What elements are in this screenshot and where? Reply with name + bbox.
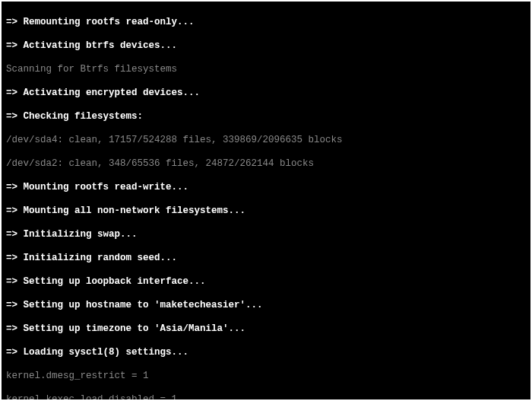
- sysctl-line: kernel.dmesg_restrict = 1: [6, 371, 526, 383]
- boot-msg: => Setting up timezone to 'Asia/Manila'.…: [6, 323, 526, 336]
- boot-msg: => Loading sysctl(8) settings...: [6, 347, 526, 359]
- boot-msg: => Initializing random seed...: [6, 253, 526, 265]
- boot-msg: => Mounting rootfs read-write...: [6, 182, 526, 194]
- boot-msg: => Setting up hostname to 'maketecheasie…: [6, 300, 526, 312]
- boot-msg: => Mounting all non-network filesystems.…: [6, 205, 526, 218]
- boot-msg: => Remounting rootfs read-only...: [6, 17, 526, 29]
- fs-check: /dev/sda4: clean, 17157/524288 files, 33…: [6, 135, 526, 147]
- boot-msg: => Setting up loopback interface...: [6, 276, 526, 288]
- boot-msg: => Checking filesystems:: [6, 111, 526, 123]
- boot-msg: Scanning for Btrfs filesystems: [6, 64, 526, 76]
- boot-msg: => Activating btrfs devices...: [6, 40, 526, 53]
- boot-msg: => Activating encrypted devices...: [6, 88, 526, 100]
- fs-check: /dev/sda2: clean, 348/65536 files, 24872…: [6, 158, 526, 170]
- boot-msg: => Initializing swap...: [6, 229, 526, 241]
- terminal[interactable]: => Remounting rootfs read-only... => Act…: [2, 2, 530, 399]
- sysctl-line: kernel.kexec_load_disabled = 1: [6, 394, 526, 400]
